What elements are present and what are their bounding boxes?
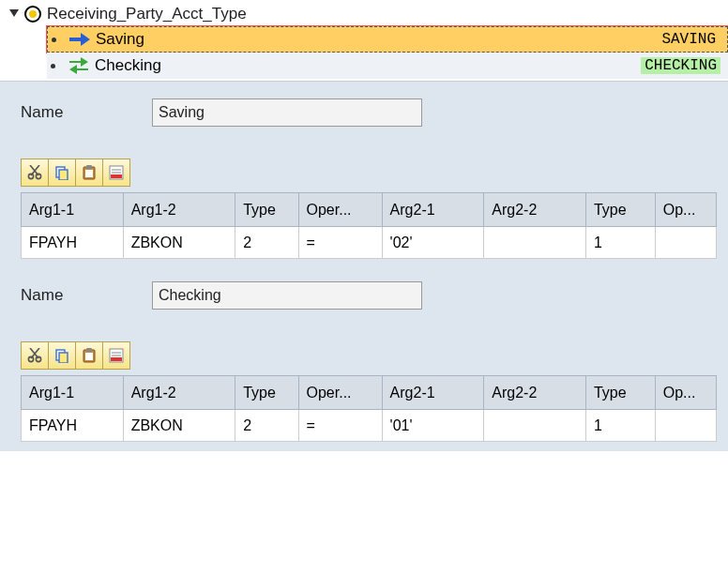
delete-row-button[interactable] <box>102 159 130 187</box>
table-toolbar <box>21 159 717 187</box>
tree-parent-label: Receiving_Party_Acct_Type <box>47 5 247 23</box>
name-input[interactable] <box>152 98 422 127</box>
svg-marker-2 <box>81 33 90 46</box>
col-arg2-1[interactable]: Arg2-1 <box>382 193 484 227</box>
cell-arg2-2[interactable] <box>484 410 586 442</box>
name-label: Name <box>21 103 152 122</box>
table-row[interactable]: FPAYH ZBKON 2 = '02' 1 <box>22 227 717 259</box>
svg-marker-0 <box>9 9 19 17</box>
tree-child-code: CHECKING <box>641 57 720 74</box>
tree-view: Receiving_Party_Acct_Type Saving SAVING … <box>0 0 728 81</box>
bullet-icon <box>52 38 56 42</box>
cell-arg1-2[interactable]: ZBKON <box>123 227 235 259</box>
conditions-table: Arg1-1 Arg1-2 Type Oper... Arg2-1 Arg2-2… <box>21 375 717 442</box>
tree-collapse-icon[interactable] <box>8 8 21 21</box>
paste-button[interactable] <box>75 159 103 187</box>
cell-arg1-2[interactable]: ZBKON <box>123 410 235 442</box>
svg-rect-30 <box>111 357 122 361</box>
svg-rect-10 <box>59 170 68 180</box>
copy-button[interactable] <box>48 341 76 370</box>
cut-button[interactable] <box>21 159 49 187</box>
svg-rect-23 <box>59 353 68 363</box>
arrows-swap-icon <box>68 57 89 74</box>
col-arg1-2[interactable]: Arg1-2 <box>123 376 235 410</box>
name-input[interactable] <box>152 281 422 310</box>
col-arg2-2[interactable]: Arg2-2 <box>484 376 586 410</box>
tree-child-checking[interactable]: Checking CHECKING <box>47 53 728 79</box>
col-oper[interactable]: Oper... <box>298 193 382 227</box>
svg-rect-25 <box>86 348 92 352</box>
radio-checked-icon <box>24 6 41 23</box>
bullet-icon <box>51 64 55 68</box>
col-arg2-2[interactable]: Arg2-2 <box>484 193 586 227</box>
name-field-row: Name <box>21 281 717 310</box>
paste-button[interactable] <box>75 341 103 370</box>
col-type2[interactable]: Type <box>585 193 655 227</box>
cell-oper[interactable]: = <box>298 410 382 442</box>
col-type2[interactable]: Type <box>585 376 655 410</box>
cell-type2[interactable]: 1 <box>585 227 655 259</box>
name-label: Name <box>21 286 152 305</box>
cell-arg2-1[interactable]: '01' <box>382 410 484 442</box>
cut-button[interactable] <box>21 341 49 370</box>
tree-child-saving[interactable]: Saving SAVING <box>47 26 728 53</box>
details-panel: Name Arg1-1 Arg1-2 Type Oper... Arg2-1 A… <box>0 81 728 451</box>
col-arg2-1[interactable]: Arg2-1 <box>382 376 484 410</box>
col-arg1-1[interactable]: Arg1-1 <box>22 193 124 227</box>
col-type1[interactable]: Type <box>235 193 298 227</box>
cell-type2[interactable]: 1 <box>585 410 655 442</box>
cell-arg1-1[interactable]: FPAYH <box>22 410 124 442</box>
table-header-row: Arg1-1 Arg1-2 Type Oper... Arg2-1 Arg2-2… <box>22 376 717 410</box>
name-field-row: Name <box>21 98 717 127</box>
cell-op2[interactable] <box>655 410 716 442</box>
tree-child-code: SAVING <box>658 31 720 48</box>
svg-rect-17 <box>111 174 122 178</box>
arrow-right-icon <box>69 31 90 48</box>
cell-type1[interactable]: 2 <box>235 227 298 259</box>
col-type1[interactable]: Type <box>235 376 298 410</box>
tree-parent-row[interactable]: Receiving_Party_Acct_Type <box>0 2 728 26</box>
table-header-row: Arg1-1 Arg1-2 Type Oper... Arg2-1 Arg2-2… <box>22 193 717 227</box>
copy-button[interactable] <box>48 159 76 187</box>
cell-oper[interactable]: = <box>298 227 382 259</box>
delete-row-button[interactable] <box>102 341 130 370</box>
tree-child-label: Checking <box>95 56 641 75</box>
svg-marker-3 <box>69 57 88 67</box>
table-row[interactable]: FPAYH ZBKON 2 = '01' 1 <box>22 410 717 442</box>
conditions-table: Arg1-1 Arg1-2 Type Oper... Arg2-1 Arg2-2… <box>21 192 717 259</box>
cell-type1[interactable]: 2 <box>235 410 298 442</box>
cell-arg1-1[interactable]: FPAYH <box>22 227 124 259</box>
svg-rect-1 <box>69 38 81 41</box>
col-arg1-2[interactable]: Arg1-2 <box>123 193 235 227</box>
svg-marker-4 <box>69 65 88 74</box>
tree-child-label: Saving <box>96 30 658 49</box>
svg-rect-12 <box>86 165 92 169</box>
col-op2[interactable]: Op... <box>655 376 716 410</box>
cell-arg2-1[interactable]: '02' <box>382 227 484 259</box>
col-op2[interactable]: Op... <box>655 193 716 227</box>
svg-rect-26 <box>85 353 93 360</box>
table-toolbar <box>21 341 717 370</box>
svg-rect-13 <box>85 170 93 177</box>
cell-arg2-2[interactable] <box>484 227 586 259</box>
cell-op2[interactable] <box>655 227 716 259</box>
col-arg1-1[interactable]: Arg1-1 <box>22 376 124 410</box>
col-oper[interactable]: Oper... <box>298 376 382 410</box>
